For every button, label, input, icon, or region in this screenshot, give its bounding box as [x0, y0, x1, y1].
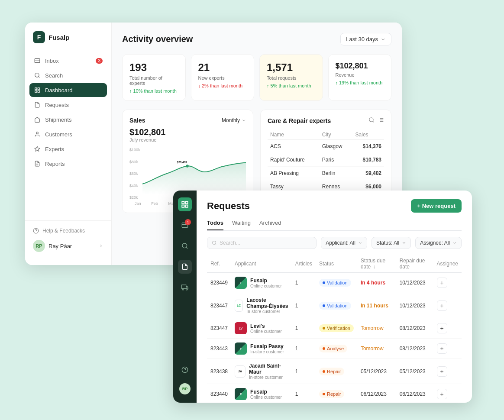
- svg-marker-7: [35, 146, 40, 151]
- tab-waiting[interactable]: Waiting: [232, 220, 251, 230]
- col-assignee: Assignee: [433, 255, 462, 273]
- req-inbox-badge: 1: [185, 219, 191, 225]
- assignee: +: [433, 359, 462, 384]
- add-assignee-button[interactable]: +: [437, 300, 447, 311]
- sidebar-item-search[interactable]: Search: [29, 68, 107, 82]
- add-assignee-button[interactable]: +: [437, 343, 447, 354]
- expert-sales: $10,783: [353, 153, 384, 167]
- articles: 1: [292, 273, 316, 293]
- add-assignee-button[interactable]: +: [437, 323, 447, 333]
- requests-search[interactable]: Search...: [207, 237, 317, 249]
- search-icon: [212, 240, 217, 246]
- sidebar: F Fusalp Inbox 3 Search: [25, 23, 112, 265]
- svg-point-27: [182, 289, 184, 290]
- stats-grid: 193 Total number of experts ↑ 10% than l…: [122, 54, 391, 101]
- sidebar-item-reports[interactable]: Reports: [29, 157, 107, 171]
- filter-status[interactable]: Status: All: [372, 237, 411, 249]
- sidebar-item-requests[interactable]: Requests: [29, 98, 107, 112]
- new-request-button[interactable]: + New request: [411, 199, 462, 213]
- ref: 823440: [207, 384, 231, 403]
- sidebar-item-shipments[interactable]: Shipments: [29, 113, 107, 126]
- req-requests-icon[interactable]: [178, 260, 192, 274]
- date-filter[interactable]: Last 30 days: [340, 33, 391, 45]
- experts-search-icon[interactable]: [368, 117, 375, 125]
- expert-sales: $14,376: [353, 140, 384, 153]
- user-chevron-icon: [98, 243, 103, 249]
- col-status: Status: [316, 255, 357, 273]
- sidebar-user[interactable]: RP Ray Pàar: [33, 240, 103, 252]
- expert-city: Berlin: [320, 167, 353, 180]
- status-due: Tomorrow: [357, 339, 396, 359]
- up-arrow-icon-3: ↑: [336, 80, 338, 85]
- experts-filter-icon[interactable]: [378, 117, 384, 125]
- req-inbox-icon[interactable]: 1: [178, 218, 192, 232]
- req-user-icon[interactable]: RP: [178, 382, 192, 396]
- sales-title: Sales: [129, 117, 145, 124]
- ref: 823443: [207, 339, 231, 359]
- add-assignee-button[interactable]: +: [437, 389, 447, 399]
- expert-city: Glasgow: [320, 140, 353, 153]
- experts-title: Care & Repair experts: [268, 117, 331, 124]
- customers-label: Customers: [45, 131, 72, 138]
- stat-card-revenue: $102,801 Revenue ↑ 19% than last month: [328, 54, 392, 101]
- tab-archived[interactable]: Archived: [259, 220, 281, 230]
- add-assignee-button[interactable]: +: [437, 278, 447, 288]
- sales-header: Sales Monthly: [129, 117, 246, 124]
- help-feedbacks[interactable]: Help & Feedbacks: [33, 225, 103, 236]
- reports-label: Reports: [45, 161, 65, 167]
- req-search-icon[interactable]: [178, 239, 192, 253]
- status: Analyse: [316, 339, 357, 359]
- stat-change-experts: ↑ 10% than last month: [129, 88, 178, 94]
- repair-due: 10/12/2023: [396, 273, 433, 293]
- stat-label-experts: Total number of experts: [129, 75, 178, 86]
- tab-todos[interactable]: Todos: [207, 220, 223, 230]
- inbox-icon: [34, 57, 41, 64]
- sidebar-bottom: Help & Feedbacks RP Ray Pàar: [25, 220, 111, 256]
- period-selector[interactable]: Monthly: [222, 117, 246, 123]
- col-name: Name: [268, 130, 320, 140]
- stat-change-requests: ↑ 5% than last month: [267, 83, 316, 88]
- filter-applicant[interactable]: Applicant: All: [321, 237, 367, 249]
- stat-change-new-experts: ↓ 2% than last month: [198, 83, 247, 88]
- request-row: 823440 F Fusalp Online customer 1 Repair…: [207, 384, 462, 403]
- stat-number-requests: 1,571: [267, 61, 316, 74]
- revenue-label: $102,801: [129, 127, 246, 137]
- stat-label-new-experts: New experts: [198, 75, 247, 81]
- fusalp-logo-3: F: [235, 388, 247, 400]
- status-due: In 4 hours: [357, 273, 396, 293]
- add-assignee-button[interactable]: +: [437, 366, 447, 377]
- lacoste-logo: LC: [235, 300, 243, 312]
- svg-rect-0: [35, 58, 40, 62]
- applicant-cell: LV Levi's Online customer: [231, 318, 292, 339]
- status-due: In 11 hours: [357, 293, 396, 318]
- req-help-icon[interactable]: [178, 363, 192, 377]
- col-status-due[interactable]: Status due date ↓: [357, 255, 396, 273]
- req-shipments-icon[interactable]: [178, 281, 192, 294]
- shipments-label: Shipments: [45, 116, 71, 123]
- repair-due: 08/12/2023: [396, 318, 433, 339]
- col-city: City: [320, 130, 353, 140]
- help-label: Help & Feedbacks: [42, 228, 85, 234]
- expert-city: Paris: [320, 153, 353, 167]
- stat-card-new-experts: 21 New experts ↓ 2% than last month: [191, 54, 255, 101]
- sidebar-item-dashboard[interactable]: Dashboard: [29, 83, 107, 97]
- requests-header: Requests + New request: [207, 199, 462, 213]
- repair-due: 10/12/2023: [396, 293, 433, 318]
- sidebar-item-experts[interactable]: Experts: [29, 142, 107, 156]
- search-placeholder: Search...: [220, 240, 240, 246]
- applicant-cell: F Fusalp Online customer: [231, 384, 292, 403]
- sidebar-logo: F Fusalp: [25, 31, 111, 52]
- sidebar-item-customers[interactable]: Customers: [29, 127, 107, 141]
- applicant-chevron-icon: [358, 241, 362, 245]
- stat-change-revenue: ↑ 19% than last month: [336, 80, 384, 85]
- inbox-badge: 3: [96, 58, 103, 64]
- request-row: 823447 LV Levi's Online customer 1 Verif…: [207, 318, 462, 339]
- svg-rect-20: [182, 201, 184, 204]
- sidebar-item-inbox[interactable]: Inbox 3: [29, 54, 107, 68]
- expert-sales: $9,402: [353, 167, 384, 180]
- assignee: +: [433, 293, 462, 318]
- reports-icon: [34, 160, 41, 167]
- status-due: 05/12/2023: [357, 359, 396, 384]
- col-applicant: Applicant: [231, 255, 292, 273]
- filter-assignee[interactable]: Assignee: All: [415, 237, 462, 249]
